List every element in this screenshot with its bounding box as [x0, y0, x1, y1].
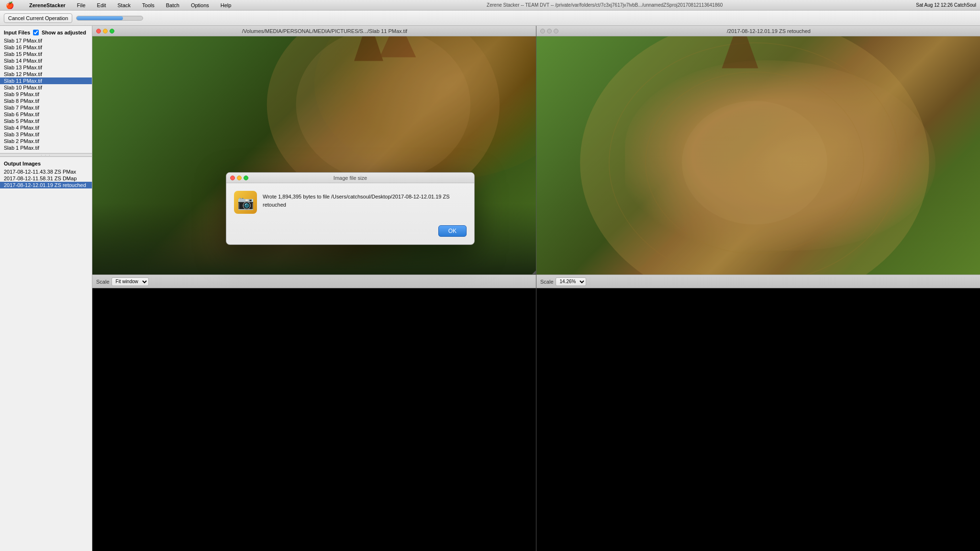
cancel-button[interactable]: Cancel Current Operation	[4, 13, 72, 23]
sidebar-resize-handle[interactable]: · · ·	[0, 153, 92, 157]
left-panel-scale-bar: Scale Fit window 50% 100%	[92, 275, 536, 288]
right-panel-zoom-button[interactable]	[554, 29, 558, 33]
dialog-window-controls	[230, 176, 248, 180]
right-scale-label: Scale	[540, 279, 554, 285]
menu-bar: 🍎 ZereneStacker File Edit Stack Tools Ba…	[0, 0, 980, 11]
left-bottom-panel[interactable]	[92, 288, 536, 551]
input-files-section: Input Files Show as adjusted Slab 17 PMa…	[0, 26, 92, 153]
dialog-footer: OK	[226, 221, 474, 244]
input-file-item[interactable]: Slab 11 PMax.tif	[0, 77, 92, 84]
menu-bar-left: 🍎 ZereneStacker File Edit Stack Tools Ba…	[4, 1, 233, 9]
input-file-item[interactable]: Slab 7 PMax.tif	[0, 104, 92, 111]
dialog-minimize-button[interactable]	[237, 176, 242, 180]
right-image-panel: /2017-08-12-12.01.19 ZS retouched	[536, 26, 980, 288]
right-panel-titlebar: /2017-08-12-12.01.19 ZS retouched	[536, 26, 980, 36]
left-panel-window-controls	[96, 29, 114, 33]
sidebar: Input Files Show as adjusted Slab 17 PMa…	[0, 26, 92, 551]
menu-options[interactable]: Options	[189, 2, 211, 8]
ok-button[interactable]: OK	[438, 225, 467, 237]
input-file-item[interactable]: Slab 4 PMax.tif	[0, 124, 92, 131]
input-file-item[interactable]: Slab 12 PMax.tif	[0, 71, 92, 77]
input-file-item[interactable]: Slab 5 PMax.tif	[0, 118, 92, 124]
output-image-item[interactable]: 2017-08-12-12.01.19 ZS retouched	[0, 182, 92, 188]
output-images-section: Output Images 2017-08-12-11.43.38 ZS PMa…	[0, 157, 92, 190]
left-panel-title: /Volumes/MEDIA/PERSONAL/MEDIA/PICTURES/S…	[117, 28, 532, 34]
left-panel-resize-corner[interactable]	[530, 269, 536, 275]
input-files-header: Input Files Show as adjusted	[0, 28, 92, 37]
input-file-item[interactable]: Slab 1 PMax.tif	[0, 144, 92, 151]
menu-edit[interactable]: Edit	[95, 2, 108, 8]
content-area: /Volumes/MEDIA/PERSONAL/MEDIA/PICTURES/S…	[92, 26, 980, 551]
input-file-item[interactable]: Slab 13 PMax.tif	[0, 64, 92, 71]
right-panel-minimize-button[interactable]	[547, 29, 552, 33]
dialog-zoom-button[interactable]	[244, 176, 248, 180]
output-images-list: 2017-08-12-11.43.38 ZS PMax2017-08-12-11…	[0, 168, 92, 188]
left-image-panel: /Volumes/MEDIA/PERSONAL/MEDIA/PICTURES/S…	[92, 26, 536, 288]
left-panel-minimize-button[interactable]	[103, 29, 108, 33]
show-as-adjusted-label: Show as adjusted	[42, 30, 86, 35]
progress-bar-fill	[77, 16, 123, 20]
svg-point-7	[682, 101, 827, 224]
image-panels-top: /Volumes/MEDIA/PERSONAL/MEDIA/PICTURES/S…	[92, 26, 980, 288]
right-scale-select[interactable]: 14.26% 50% 100%	[556, 277, 586, 286]
menu-bar-right: Sat Aug 12 12:26 CatchSoul	[916, 2, 976, 8]
right-bottom-panel[interactable]	[536, 288, 980, 551]
dialog-body: Wrote 1,894,395 bytes to file /Users/cat…	[226, 183, 474, 221]
dialog-message: Wrote 1,894,395 bytes to file /Users/cat…	[263, 191, 467, 209]
right-panel-scale-bar: Scale 14.26% 50% 100%	[536, 275, 980, 288]
input-files-label: Input Files	[4, 30, 30, 35]
input-file-item[interactable]: Slab 10 PMax.tif	[0, 84, 92, 91]
menu-bar-datetime: Sat Aug 12 12:26 CatchSoul	[916, 2, 976, 8]
apple-menu[interactable]: 🍎	[4, 1, 16, 9]
input-file-item[interactable]: Slab 16 PMax.tif	[0, 44, 92, 51]
output-image-item[interactable]: 2017-08-12-11.58.31 ZS DMap	[0, 175, 92, 182]
dialog-icon	[234, 191, 257, 214]
right-panel-close-button[interactable]	[540, 29, 545, 33]
input-file-item[interactable]: Slab 6 PMax.tif	[0, 111, 92, 118]
menu-help[interactable]: Help	[219, 2, 234, 8]
dialog[interactable]: Image file size Wrote 1,894,395 bytes to…	[226, 172, 475, 245]
output-image-item[interactable]: 2017-08-12-11.43.38 ZS PMax	[0, 168, 92, 175]
title-center: Zerene Stacker -- TEAM DVT -- /private/v…	[233, 2, 976, 8]
menu-tools[interactable]: Tools	[140, 2, 156, 8]
dialog-close-button[interactable]	[230, 176, 235, 180]
input-file-item[interactable]: Slab 15 PMax.tif	[0, 51, 92, 57]
left-panel-titlebar: /Volumes/MEDIA/PERSONAL/MEDIA/PICTURES/S…	[92, 26, 536, 36]
right-panel-title: /2017-08-12-12.01.19 ZS retouched	[561, 28, 976, 34]
input-file-item[interactable]: Slab 3 PMax.tif	[0, 131, 92, 138]
input-file-item[interactable]: Slab 2 PMax.tif	[0, 138, 92, 144]
toolbar: Cancel Current Operation	[0, 11, 980, 26]
left-panel-close-button[interactable]	[96, 29, 101, 33]
right-panel-window-controls	[540, 29, 558, 33]
image-panels-bottom	[92, 288, 980, 551]
show-as-adjusted-checkbox[interactable]	[33, 30, 39, 35]
left-scale-label: Scale	[96, 279, 110, 285]
main-layout: Input Files Show as adjusted Slab 17 PMa…	[0, 26, 980, 551]
dialog-titlebar: Image file size	[226, 173, 474, 183]
input-files-list: Slab 17 PMax.tifSlab 16 PMax.tifSlab 15 …	[0, 37, 92, 151]
progress-bar-container	[76, 16, 143, 21]
dialog-title: Image file size	[334, 175, 367, 181]
menu-stack[interactable]: Stack	[116, 2, 133, 8]
menu-app-name[interactable]: ZereneStacker	[27, 2, 67, 8]
input-file-item[interactable]: Slab 9 PMax.tif	[0, 91, 92, 98]
right-image-content[interactable]	[536, 36, 980, 275]
right-fly-image	[536, 36, 980, 275]
input-file-item[interactable]: Slab 8 PMax.tif	[0, 98, 92, 104]
left-scale-select[interactable]: Fit window 50% 100%	[111, 277, 149, 286]
input-file-item[interactable]: Slab 17 PMax.tif	[0, 37, 92, 44]
input-file-item[interactable]: Slab 14 PMax.tif	[0, 57, 92, 64]
menu-file[interactable]: File	[75, 2, 88, 8]
menu-batch[interactable]: Batch	[164, 2, 181, 8]
left-panel-zoom-button[interactable]	[110, 29, 114, 33]
output-images-label: Output Images	[0, 159, 92, 168]
